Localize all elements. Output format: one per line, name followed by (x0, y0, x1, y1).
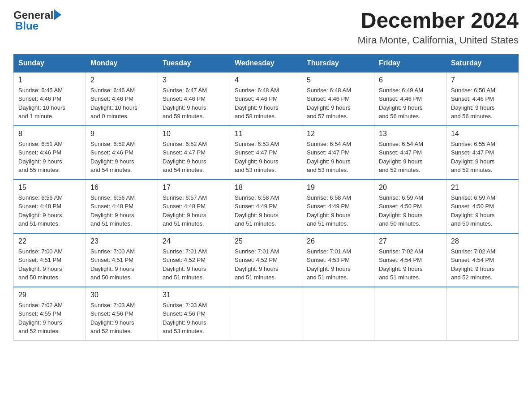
day-info: Sunrise: 7:02 AM Sunset: 4:55 PM Dayligh… (18, 301, 81, 336)
calendar-cell: 31Sunrise: 7:03 AM Sunset: 4:56 PM Dayli… (158, 287, 230, 341)
day-number: 1 (18, 76, 81, 84)
calendar-week-row: 29Sunrise: 7:02 AM Sunset: 4:55 PM Dayli… (14, 287, 519, 341)
calendar-week-row: 8Sunrise: 6:51 AM Sunset: 4:46 PM Daylig… (14, 126, 519, 180)
day-number: 6 (379, 76, 442, 84)
day-number: 3 (163, 76, 225, 84)
day-number: 5 (307, 76, 369, 84)
day-info: Sunrise: 7:01 AM Sunset: 4:53 PM Dayligh… (307, 247, 369, 282)
day-number: 2 (90, 76, 153, 84)
day-number: 13 (379, 130, 442, 138)
calendar-week-row: 15Sunrise: 6:56 AM Sunset: 4:48 PM Dayli… (14, 180, 519, 233)
page-header: General Blue December 2024 Mira Monte, C… (13, 9, 519, 46)
calendar-cell: 4Sunrise: 6:48 AM Sunset: 4:46 PM Daylig… (230, 72, 302, 126)
calendar-day-header: Thursday (302, 54, 374, 72)
day-number: 26 (307, 237, 369, 245)
calendar-week-row: 1Sunrise: 6:45 AM Sunset: 4:46 PM Daylig… (14, 72, 519, 126)
day-number: 23 (90, 237, 153, 245)
day-info: Sunrise: 7:01 AM Sunset: 4:52 PM Dayligh… (235, 247, 297, 282)
day-number: 10 (163, 130, 225, 138)
calendar-cell (302, 287, 374, 341)
day-number: 30 (90, 291, 153, 299)
calendar-title: December 2024 (358, 9, 519, 33)
calendar-cell: 24Sunrise: 7:01 AM Sunset: 4:52 PM Dayli… (158, 233, 230, 287)
day-info: Sunrise: 6:58 AM Sunset: 4:49 PM Dayligh… (235, 193, 297, 228)
calendar-cell: 7Sunrise: 6:50 AM Sunset: 4:46 PM Daylig… (446, 72, 519, 126)
day-info: Sunrise: 6:59 AM Sunset: 4:50 PM Dayligh… (379, 193, 442, 228)
day-number: 12 (307, 130, 369, 138)
day-info: Sunrise: 6:56 AM Sunset: 4:48 PM Dayligh… (18, 193, 81, 228)
day-info: Sunrise: 6:50 AM Sunset: 4:46 PM Dayligh… (451, 86, 514, 121)
calendar-cell: 23Sunrise: 7:00 AM Sunset: 4:51 PM Dayli… (86, 233, 158, 287)
calendar-day-header: Friday (374, 54, 446, 72)
calendar-cell: 5Sunrise: 6:48 AM Sunset: 4:46 PM Daylig… (302, 72, 374, 126)
day-number: 15 (18, 184, 81, 192)
day-info: Sunrise: 6:52 AM Sunset: 4:46 PM Dayligh… (90, 140, 153, 175)
calendar-cell (446, 287, 519, 341)
calendar-cell: 6Sunrise: 6:49 AM Sunset: 4:46 PM Daylig… (374, 72, 446, 126)
calendar-cell: 19Sunrise: 6:58 AM Sunset: 4:49 PM Dayli… (302, 180, 374, 233)
day-number: 25 (235, 237, 297, 245)
day-info: Sunrise: 7:02 AM Sunset: 4:54 PM Dayligh… (451, 247, 514, 282)
day-info: Sunrise: 6:53 AM Sunset: 4:47 PM Dayligh… (235, 140, 297, 175)
day-info: Sunrise: 6:57 AM Sunset: 4:48 PM Dayligh… (163, 193, 225, 228)
day-info: Sunrise: 6:45 AM Sunset: 4:46 PM Dayligh… (18, 86, 81, 121)
calendar-day-header: Wednesday (230, 54, 302, 72)
calendar-cell: 20Sunrise: 6:59 AM Sunset: 4:50 PM Dayli… (374, 180, 446, 233)
calendar-cell: 21Sunrise: 6:59 AM Sunset: 4:50 PM Dayli… (446, 180, 519, 233)
calendar-cell: 11Sunrise: 6:53 AM Sunset: 4:47 PM Dayli… (230, 126, 302, 180)
calendar-cell (374, 287, 446, 341)
calendar-cell: 3Sunrise: 6:47 AM Sunset: 4:46 PM Daylig… (158, 72, 230, 126)
calendar-day-header: Sunday (14, 54, 86, 72)
day-number: 31 (163, 291, 225, 299)
calendar-cell: 18Sunrise: 6:58 AM Sunset: 4:49 PM Dayli… (230, 180, 302, 233)
calendar-cell: 16Sunrise: 6:56 AM Sunset: 4:48 PM Dayli… (86, 180, 158, 233)
day-number: 20 (379, 184, 442, 192)
calendar-day-header: Tuesday (158, 54, 230, 72)
day-number: 8 (18, 130, 81, 138)
day-info: Sunrise: 6:56 AM Sunset: 4:48 PM Dayligh… (90, 193, 153, 228)
day-number: 9 (90, 130, 153, 138)
day-number: 14 (451, 130, 514, 138)
day-info: Sunrise: 6:54 AM Sunset: 4:47 PM Dayligh… (379, 140, 442, 175)
logo-blue-text: Blue (15, 20, 39, 32)
logo: General Blue (13, 9, 61, 32)
day-number: 4 (235, 76, 297, 84)
day-info: Sunrise: 7:03 AM Sunset: 4:56 PM Dayligh… (163, 301, 225, 336)
day-info: Sunrise: 6:59 AM Sunset: 4:50 PM Dayligh… (451, 193, 514, 228)
calendar-cell: 29Sunrise: 7:02 AM Sunset: 4:55 PM Dayli… (14, 287, 86, 341)
day-info: Sunrise: 6:47 AM Sunset: 4:46 PM Dayligh… (163, 86, 225, 121)
day-info: Sunrise: 6:46 AM Sunset: 4:46 PM Dayligh… (90, 86, 153, 121)
calendar-cell (230, 287, 302, 341)
calendar-cell: 14Sunrise: 6:55 AM Sunset: 4:47 PM Dayli… (446, 126, 519, 180)
day-info: Sunrise: 7:00 AM Sunset: 4:51 PM Dayligh… (90, 247, 153, 282)
calendar-cell: 9Sunrise: 6:52 AM Sunset: 4:46 PM Daylig… (86, 126, 158, 180)
calendar-cell: 17Sunrise: 6:57 AM Sunset: 4:48 PM Dayli… (158, 180, 230, 233)
calendar-table: SundayMondayTuesdayWednesdayThursdayFrid… (13, 54, 519, 341)
calendar-cell: 15Sunrise: 6:56 AM Sunset: 4:48 PM Dayli… (14, 180, 86, 233)
calendar-cell: 2Sunrise: 6:46 AM Sunset: 4:46 PM Daylig… (86, 72, 158, 126)
day-number: 7 (451, 76, 514, 84)
day-info: Sunrise: 7:02 AM Sunset: 4:54 PM Dayligh… (379, 247, 442, 282)
title-block: December 2024 Mira Monte, California, Un… (358, 9, 519, 46)
calendar-cell: 10Sunrise: 6:52 AM Sunset: 4:47 PM Dayli… (158, 126, 230, 180)
day-info: Sunrise: 7:03 AM Sunset: 4:56 PM Dayligh… (90, 301, 153, 336)
day-info: Sunrise: 6:55 AM Sunset: 4:47 PM Dayligh… (451, 140, 514, 175)
day-number: 29 (18, 291, 81, 299)
calendar-cell: 25Sunrise: 7:01 AM Sunset: 4:52 PM Dayli… (230, 233, 302, 287)
day-info: Sunrise: 6:49 AM Sunset: 4:46 PM Dayligh… (379, 86, 442, 121)
calendar-cell: 13Sunrise: 6:54 AM Sunset: 4:47 PM Dayli… (374, 126, 446, 180)
day-number: 16 (90, 184, 153, 192)
day-number: 28 (451, 237, 514, 245)
day-number: 21 (451, 184, 514, 192)
calendar-cell: 30Sunrise: 7:03 AM Sunset: 4:56 PM Dayli… (86, 287, 158, 341)
calendar-cell: 28Sunrise: 7:02 AM Sunset: 4:54 PM Dayli… (446, 233, 519, 287)
calendar-cell: 1Sunrise: 6:45 AM Sunset: 4:46 PM Daylig… (14, 72, 86, 126)
day-number: 18 (235, 184, 297, 192)
day-info: Sunrise: 6:51 AM Sunset: 4:46 PM Dayligh… (18, 140, 81, 175)
day-number: 27 (379, 237, 442, 245)
day-number: 24 (163, 237, 225, 245)
calendar-week-row: 22Sunrise: 7:00 AM Sunset: 4:51 PM Dayli… (14, 233, 519, 287)
day-info: Sunrise: 6:48 AM Sunset: 4:46 PM Dayligh… (235, 86, 297, 121)
day-number: 22 (18, 237, 81, 245)
day-info: Sunrise: 6:58 AM Sunset: 4:49 PM Dayligh… (307, 193, 369, 228)
